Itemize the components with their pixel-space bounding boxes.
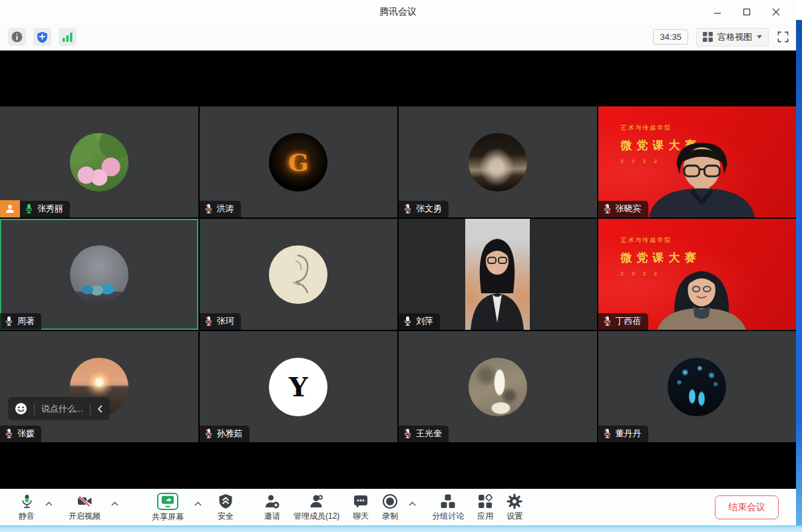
name-label: 张文勇 [399, 201, 449, 217]
participant-tile-6[interactable]: 刘萍 [399, 219, 597, 330]
mic-muted-icon [603, 428, 612, 439]
tool-label: 录制 [382, 511, 398, 522]
security-button[interactable] [33, 28, 51, 46]
participant-tile-2[interactable]: 张文勇 [399, 106, 597, 217]
mic-muted-icon [204, 428, 213, 439]
security-badge-icon [218, 493, 233, 509]
title-bar: 腾讯会议 [0, 0, 796, 24]
quick-chat-input[interactable]: 说点什么... [41, 403, 83, 415]
close-icon [772, 8, 780, 16]
name-label: 洪涛 [200, 201, 241, 217]
participant-name: 董丹丹 [616, 428, 642, 439]
mic-muted-icon [603, 203, 612, 214]
fullscreen-button[interactable] [777, 31, 789, 43]
tool-label: 静音 [19, 511, 35, 522]
tool-label: 安全 [218, 511, 234, 522]
participant-tile-0[interactable]: 张秀丽 [0, 106, 198, 217]
record-button[interactable]: 录制 [375, 489, 405, 525]
microphone-icon [19, 493, 35, 509]
tool-label: 共享屏幕 [152, 511, 184, 523]
invite-button[interactable]: 邀请 [258, 489, 287, 525]
invite-person-icon [264, 493, 280, 509]
emoji-button[interactable] [15, 402, 27, 415]
participant-tile-1[interactable]: G 洪涛 [200, 106, 398, 217]
breakout-rooms-button[interactable]: 分组讨论 [425, 489, 471, 525]
participant-video-person [465, 219, 530, 330]
quick-chat-bubble: 说点什么... [8, 397, 110, 420]
name-label: 张晓宾 [598, 201, 648, 217]
record-icon [382, 493, 398, 509]
minimize-button[interactable] [703, 0, 732, 24]
avatar: G [269, 133, 327, 192]
record-options-caret[interactable] [405, 494, 420, 511]
name-label: 王光奎 [399, 426, 449, 442]
meeting-top-toolbar: 34:35 宫格视图 [0, 24, 796, 51]
participant-name: 刘萍 [416, 316, 433, 327]
video-options-caret[interactable] [107, 494, 122, 511]
participant-name: 张珂 [217, 316, 234, 327]
video-area: 张秀丽 G 洪涛 [0, 51, 796, 489]
mic-on-icon [403, 316, 412, 327]
name-label: 张珂 [200, 313, 241, 330]
participant-name: 张秀丽 [37, 203, 63, 214]
share-screen-icon [160, 495, 175, 508]
meeting-window: 腾讯会议 [0, 0, 796, 525]
participant-video-person [642, 255, 761, 330]
desktop-wallpaper-bottom [0, 525, 802, 532]
name-label: 丁西蓓 [598, 313, 648, 330]
avatar [70, 245, 128, 304]
network-status-button[interactable] [59, 28, 77, 46]
maximize-icon [743, 8, 751, 16]
participant-name: 孙雅茹 [217, 428, 243, 439]
share-screen-button[interactable]: 共享屏幕 [145, 489, 190, 525]
start-video-button[interactable]: 开启视频 [62, 489, 107, 525]
avatar-letter: Y [289, 371, 308, 402]
avatar-letter: G [288, 148, 309, 176]
tool-label: 开启视频 [69, 511, 100, 522]
participant-tile-10[interactable]: 王光奎 [399, 331, 597, 442]
participant-tile-8[interactable]: 说点什么... 张媛 [0, 331, 198, 442]
maximize-button[interactable] [732, 0, 761, 24]
chat-button[interactable]: 聊天 [346, 489, 375, 525]
participant-tile-7[interactable]: 艺术与传媒学院 微党课大赛 2 0 2 2 [598, 219, 797, 330]
meeting-info-button[interactable] [8, 28, 26, 46]
end-meeting-button[interactable]: 结束会议 [715, 495, 779, 519]
participant-video-person [639, 139, 765, 217]
members-icon [309, 493, 325, 509]
close-button[interactable] [761, 0, 791, 24]
collapse-chevron-icon[interactable] [97, 405, 103, 413]
share-options-caret[interactable] [190, 494, 206, 511]
tool-label: 设置 [506, 511, 522, 522]
manage-members-button[interactable]: 管理成员(12) [287, 489, 346, 525]
participant-tile-9[interactable]: Y 孙雅茹 [200, 331, 398, 442]
participant-grid: 张秀丽 G 洪涛 [0, 106, 796, 442]
participant-tile-11[interactable]: 董丹丹 [598, 331, 797, 442]
layout-view-selector[interactable]: 宫格视图 [696, 28, 769, 47]
mic-muted-icon [204, 203, 213, 214]
banner-line1: 艺术与传媒学院 [621, 124, 701, 132]
participant-name: 张媛 [17, 428, 35, 439]
security-tool-button[interactable]: 安全 [211, 489, 240, 525]
meeting-timer: 34:35 [653, 29, 688, 45]
name-label: 刘萍 [399, 313, 440, 330]
mute-button[interactable]: 静音 [12, 489, 41, 525]
sketch-drawing [278, 251, 318, 298]
settings-button[interactable]: 设置 [500, 489, 529, 525]
name-label: 孙雅茹 [200, 426, 250, 442]
participant-tile-5[interactable]: 张珂 [200, 219, 398, 330]
apps-button[interactable]: 应用 [471, 489, 500, 525]
minimize-icon [713, 8, 721, 16]
mute-options-caret[interactable] [41, 494, 57, 511]
participant-name: 丁西蓓 [616, 316, 642, 327]
host-badge [0, 200, 20, 217]
info-icon [11, 31, 23, 43]
tool-label: 聊天 [353, 511, 369, 522]
grid-view-icon [703, 32, 713, 42]
avatar: Y [269, 358, 327, 416]
window-title: 腾讯会议 [0, 6, 796, 18]
divider [34, 403, 35, 415]
participant-tile-4[interactable]: 周著 [0, 219, 198, 330]
mic-muted-icon [204, 316, 213, 327]
participant-tile-3[interactable]: 艺术与传媒学院 微党课大赛 2 0 2 2 [598, 106, 797, 217]
host-person-icon [5, 203, 15, 214]
